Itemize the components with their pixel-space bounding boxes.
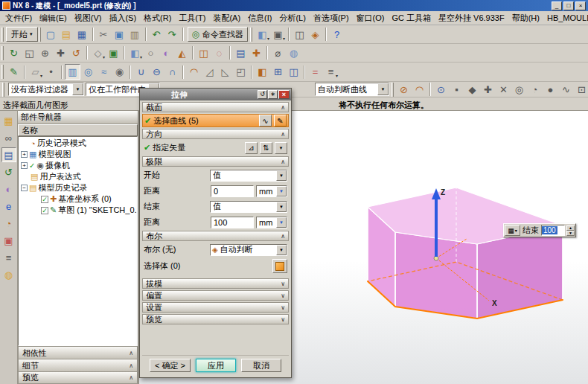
chamfer-icon[interactable]: ◿: [202, 64, 217, 80]
snapshot-icon[interactable]: ▣: [106, 45, 121, 61]
menu-item[interactable]: 信息(I): [244, 11, 275, 25]
window-icon[interactable]: ▣▾: [270, 27, 286, 42]
fit-view-icon[interactable]: ◱: [22, 45, 37, 61]
menu-item[interactable]: 插入(S): [105, 11, 140, 25]
show-hide-icon[interactable]: ◌: [211, 45, 227, 61]
manage-templates-icon[interactable]: ≡: [1, 250, 16, 265]
web-browser-icon[interactable]: e: [1, 199, 16, 214]
more-icon[interactable]: ≡▾: [323, 64, 339, 80]
assembly-navigator-icon[interactable]: ▦: [1, 113, 16, 128]
dropdown-arrow-icon[interactable]: ▼: [276, 217, 287, 228]
quadrant-point-icon[interactable]: ◔: [527, 82, 543, 97]
save-icon[interactable]: ▦: [74, 27, 90, 42]
vector-type-dropdown[interactable]: ▾: [275, 142, 287, 154]
tree-item[interactable]: −▤模型历史记录: [19, 182, 137, 193]
trim-body-icon[interactable]: ◧: [255, 64, 270, 80]
section-group-header[interactable]: 截面 ∧: [142, 102, 289, 112]
dropdown-arrow-icon[interactable]: ▼: [377, 83, 389, 95]
existing-point-icon[interactable]: ●: [543, 82, 558, 97]
intersect-icon[interactable]: ∩: [164, 64, 180, 80]
paste-icon[interactable]: ▥: [127, 27, 143, 42]
apply-button[interactable]: 应用: [196, 359, 236, 372]
part-navigator-icon[interactable]: ▤: [1, 147, 16, 162]
boolean-dropdown[interactable]: ◈ 自动判断 ▼: [210, 244, 287, 256]
toolbar-grip[interactable]: [250, 28, 252, 42]
reuse-library-icon[interactable]: ↺: [1, 164, 16, 179]
point-icon[interactable]: •: [43, 64, 59, 80]
cut-icon[interactable]: ✂: [96, 27, 112, 42]
wireframe-icon[interactable]: ○: [143, 45, 159, 61]
section-view-icon[interactable]: ◫: [196, 45, 211, 61]
menu-item[interactable]: 文件(F): [1, 11, 36, 25]
datum-plane-icon[interactable]: ▱▾: [28, 64, 43, 80]
dropdown-arrow-icon[interactable]: ▼: [72, 83, 83, 95]
arc-center-icon[interactable]: ◎: [511, 82, 527, 97]
mirror-feature-icon[interactable]: ◫: [286, 64, 301, 80]
measure-icon[interactable]: ⌀: [270, 45, 286, 61]
dropdown-arrow-icon[interactable]: ▼: [276, 186, 287, 196]
close-button[interactable]: ×: [575, 1, 586, 10]
dropdown-arrow-icon[interactable]: ▼: [276, 245, 287, 255]
tree-checkbox[interactable]: ✓: [41, 207, 48, 214]
sketch-section-button[interactable]: ✎: [274, 115, 287, 127]
object-display-icon[interactable]: ◍: [286, 45, 301, 61]
control-point-icon[interactable]: ✚: [480, 82, 496, 97]
roles-icon[interactable]: ◍: [1, 267, 16, 282]
pattern-feature-icon[interactable]: ⊞: [270, 64, 286, 80]
edge-blend-icon[interactable]: ◠: [186, 64, 202, 80]
start-distance-input[interactable]: [211, 185, 254, 197]
menu-item[interactable]: 窗口(O): [353, 11, 389, 25]
reverse-direction-button[interactable]: ⇅: [260, 142, 272, 154]
end-distance-field[interactable]: 100: [541, 225, 565, 236]
layer-settings-icon[interactable]: ▤: [233, 45, 249, 61]
toolbar-grip[interactable]: [2, 83, 4, 97]
select-body-button[interactable]: [272, 259, 287, 273]
toolbar-grip[interactable]: [1, 46, 4, 60]
preview-panel[interactable]: 预览∧: [18, 371, 138, 384]
menu-item[interactable]: 编辑(E): [36, 11, 71, 25]
selection-filter-dropdown[interactable]: 没有选择过滤器 ▼: [8, 83, 84, 96]
menu-item[interactable]: 分析(L): [275, 11, 309, 25]
menu-item[interactable]: 帮助(H): [508, 11, 543, 25]
tree-item[interactable]: ✓✎草图 (1) "SKETCH_0...": [19, 205, 137, 216]
end-distance-value[interactable]: 100: [542, 226, 557, 234]
tree-item[interactable]: ◔历史记录模式: [19, 138, 137, 149]
minimize-button[interactable]: _: [552, 1, 562, 10]
collapse-box[interactable]: −: [21, 185, 28, 191]
cancel-button[interactable]: 取消: [241, 359, 281, 372]
dialog-close-button[interactable]: ×: [278, 90, 290, 99]
tree-item[interactable]: ▤用户表达式: [19, 171, 137, 182]
studio-render-icon[interactable]: ◐: [159, 45, 174, 61]
shaded-with-edges-icon[interactable]: ◧▾: [127, 45, 143, 61]
pan-icon[interactable]: ✚: [53, 45, 68, 61]
spin-up-icon[interactable]: ▲: [566, 225, 575, 231]
menu-item[interactable]: 工具(T): [175, 11, 209, 25]
redo-icon[interactable]: ↷: [164, 27, 180, 42]
command-finder-button[interactable]: ◎ 命令查找器: [188, 27, 248, 42]
toolbar-grip[interactable]: [1, 28, 4, 42]
history-palette-icon[interactable]: ◔: [1, 216, 16, 231]
expand-box[interactable]: +: [21, 151, 28, 158]
intersection-point-icon[interactable]: ✕: [496, 82, 511, 97]
dependencies-panel[interactable]: 相依性∧: [18, 346, 138, 359]
unite-icon[interactable]: ∪: [133, 64, 149, 80]
open-icon[interactable]: ▤: [59, 27, 74, 42]
gc-toolbox-icon[interactable]: ◈: [307, 27, 323, 42]
hd3d-tools-icon[interactable]: ◐: [1, 182, 16, 196]
menu-item[interactable]: GC 工具箱: [388, 11, 435, 25]
end-option-dropdown[interactable]: 值 ▼: [210, 201, 287, 213]
stop-at-intersection-icon[interactable]: ⊘: [396, 82, 412, 97]
curve-button[interactable]: ∿: [259, 115, 272, 127]
dropdown-arrow-icon[interactable]: ▼: [276, 202, 287, 212]
expand-box[interactable]: +: [21, 162, 28, 169]
curve-rule-dropdown[interactable]: 自动判断曲线 ▼: [315, 83, 389, 96]
start-button[interactable]: 开始 ▾: [6, 27, 38, 42]
work-csys-icon[interactable]: ✚: [249, 45, 264, 61]
follow-fillet-icon[interactable]: ◠: [412, 82, 427, 97]
settings-group-header[interactable]: 设置 ∨: [142, 302, 289, 313]
undo-icon[interactable]: ↶: [149, 27, 164, 42]
start-option-dropdown[interactable]: 值 ▼: [210, 170, 287, 182]
end-point-icon[interactable]: ▪: [449, 82, 464, 97]
spin-down-icon[interactable]: ▼: [566, 231, 575, 236]
refresh-icon[interactable]: ↻: [6, 45, 22, 61]
